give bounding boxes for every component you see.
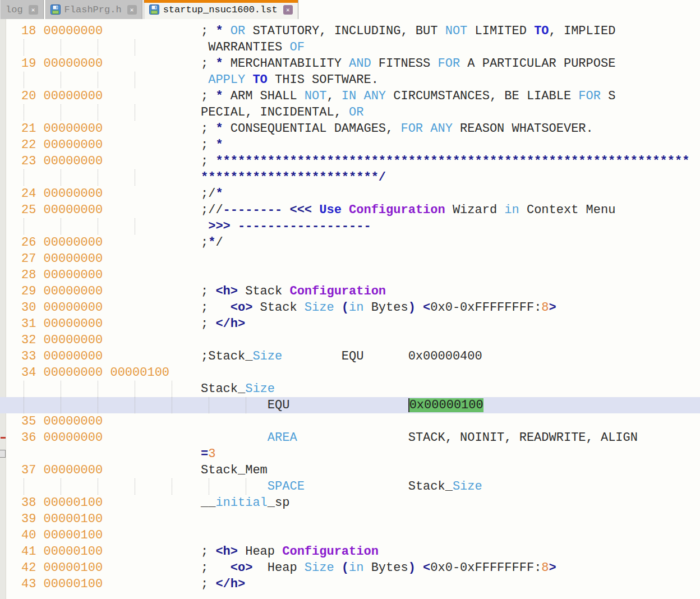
line-gutter: 26 00000000 [0,236,103,250]
code-line[interactable]: 19 00000000; * MERCHANTABILITY AND FITNE… [0,56,700,72]
code-text: =3 [201,446,215,462]
code-line[interactable]: 30 00000000; <o> Stack Size (in Bytes) <… [0,300,700,316]
code-line[interactable]: 29 00000000; <h> Stack Configuration [0,283,700,300]
code-line[interactable]: 39 00000100 [0,511,700,527]
line-gutter: 41 00000100 [0,545,103,559]
indent-guide [172,397,172,413]
floppy-icon [50,4,61,15]
code-line[interactable]: 41 00000100; <h> Heap Configuration [0,543,700,560]
code-text: ; **************************************… [201,153,689,169]
code-line[interactable]: 34 00000000 00000100 [0,365,700,381]
code-line[interactable]: APPLY TO THIS SOFTWARE. [0,72,700,88]
indent-guide [24,218,24,234]
code-text: ; <o> Stack Size (in Bytes) <0x0-0xFFFFF… [201,300,556,316]
code-line[interactable]: 25 00000000;//-------- <<< Use Configura… [0,202,700,218]
tab-log[interactable]: log ✕ [0,0,44,19]
current-line[interactable]: EQU 0x00000100 [0,397,700,413]
code-text: ; * ARM SHALL NOT, IN ANY CIRCUMSTANCES,… [201,88,615,104]
line-gutter: 25 00000000 [0,203,103,217]
code-line[interactable]: 32 00000000 [0,332,700,348]
tab-flashprg-h[interactable]: FlashPrg.h ✕ [45,0,142,19]
indent-guide [24,169,24,186]
line-gutter: 37 00000000 [0,463,103,477]
line-gutter: 40 00000100 [0,528,103,542]
line-gutter: 28 00000000 [0,268,103,282]
indent-guide [98,397,98,413]
code-line[interactable]: >>> ------------------ [0,218,700,234]
code-line[interactable]: 21 00000000; * CONSEQUENTIAL DAMAGES, FO… [0,121,700,137]
line-gutter: 38 00000100 [0,496,103,510]
indent-guide [98,218,98,234]
indent-guide [135,381,135,397]
indent-guide [61,39,61,56]
line-gutter: 18 00000000 [0,24,103,38]
line-gutter: 29 00000000 [0,284,103,298]
code-line[interactable]: ************************/ [0,169,700,186]
indent-guide [135,169,135,186]
line-gutter: 43 00000100 [0,577,103,591]
fold-box-icon[interactable] [0,450,6,458]
code-line[interactable]: 27 00000000 [0,251,700,267]
close-icon[interactable]: ✕ [127,5,137,15]
code-editor[interactable]: 18 00000000; * OR STATUTORY, INCLUDING, … [0,19,700,599]
indent-guide [98,478,98,495]
code-line[interactable]: 31 00000000; </h> [0,316,700,332]
code-text: ;//-------- <<< Use Configuration Wizard… [201,202,615,218]
indent-guide [98,39,98,56]
line-gutter: 30 00000000 [0,301,103,315]
code-line[interactable]: 37 00000000Stack_Mem [0,462,700,478]
code-text: ; <h> Heap Configuration [201,543,379,560]
code-line[interactable]: PECIAL, INCIDENTAL, OR [0,104,700,121]
code-text: ; * [201,137,223,153]
indent-guide [24,104,24,121]
code-line[interactable]: =3 [0,446,700,462]
tab-startup-nsuc1600-lst[interactable]: startup_nsuc1600.lst ✕ [144,0,298,19]
code-line[interactable]: 20 00000000; * ARM SHALL NOT, IN ANY CIR… [0,88,700,104]
editor-body[interactable]: 18 00000000; * OR STATUTORY, INCLUDING, … [0,23,700,592]
indent-guide [135,478,135,495]
code-text: ; * OR STATUTORY, INCLUDING, BUT NOT LIM… [201,23,615,39]
code-text: EQU 0x00000100 [201,397,483,413]
line-gutter: 42 00000100 [0,561,103,575]
line-gutter: 34 00000000 00000100 [0,366,169,380]
code-line[interactable]: 26 00000000;*/ [0,234,700,251]
code-line[interactable]: 36 00000000 AREA STACK, NOINIT, READWRIT… [0,430,700,446]
tab-bar: log ✕ FlashPrg.h ✕ startup_nsuc1600.lst … [0,0,700,19]
indent-guide [135,39,135,56]
indent-guide [24,381,24,397]
code-line[interactable]: 23 00000000; ***************************… [0,153,700,169]
close-icon[interactable]: ✕ [29,5,38,15]
line-gutter: 32 00000000 [0,333,103,347]
code-line[interactable]: 43 00000100; </h> [0,576,700,592]
indent-guide [61,72,61,88]
line-gutter: 33 00000000 [0,349,103,363]
indent-guide [135,218,135,234]
code-line[interactable]: 40 00000100 [0,527,700,543]
code-text: Stack_Mem [201,462,268,478]
code-line[interactable]: 22 00000000; * [0,137,700,153]
code-line[interactable]: 42 00000100; <o> Heap Size (in Bytes) <0… [0,560,700,576]
code-line[interactable]: 24 00000000;/* [0,186,700,202]
code-text: Stack_Size [201,381,275,397]
code-line[interactable]: SPACE Stack_Size [0,478,700,495]
code-line[interactable]: 33 00000000;Stack_Size EQU 0x00000400 [0,348,700,365]
code-line[interactable]: WARRANTIES OF [0,39,700,56]
indent-guide [98,169,98,186]
code-text: ; * CONSEQUENTIAL DAMAGES, FOR ANY REASO… [201,121,593,137]
code-text: PECIAL, INCIDENTAL, OR [201,104,363,121]
code-line[interactable]: 28 00000000 [0,267,700,283]
line-gutter: 36 00000000 [0,431,103,445]
code-line[interactable]: 38 00000100__initial_sp [0,495,700,511]
code-text: ;/* [201,186,223,202]
line-gutter: 39 00000100 [0,512,103,526]
indent-guide [98,381,98,397]
indent-guide [61,478,61,495]
line-gutter: 23 00000000 [0,154,103,168]
code-line[interactable]: 18 00000000; * OR STATUTORY, INCLUDING, … [0,23,700,39]
code-line[interactable]: Stack_Size [0,381,700,397]
line-gutter: 24 00000000 [0,187,103,201]
close-icon[interactable]: ✕ [283,5,293,15]
code-line[interactable]: 35 00000000 [0,413,700,430]
code-text: AREA STACK, NOINIT, READWRITE, ALIGN [201,430,638,446]
indent-guide [24,72,24,88]
